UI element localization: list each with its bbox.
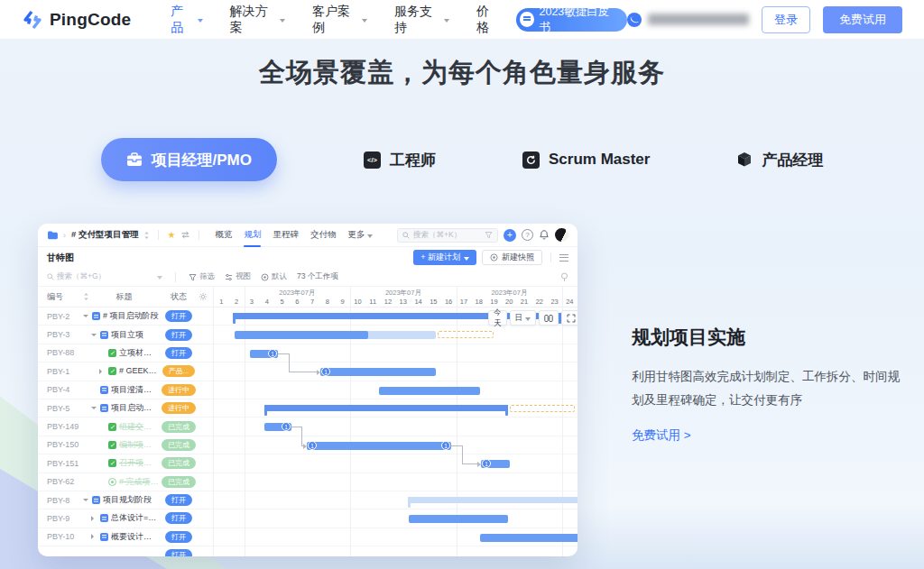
gantt-search-placeholder: 搜索（⌘+G） xyxy=(57,271,106,282)
time-unit-label: 日 xyxy=(515,313,523,324)
nav-item[interactable]: 解决方案 xyxy=(230,4,285,36)
expander[interactable] xyxy=(83,499,89,501)
role-tab[interactable]: Scrum Master xyxy=(522,151,650,169)
nav-item[interactable]: 产品 xyxy=(171,4,203,36)
fullscreen-button[interactable] xyxy=(561,310,578,326)
gantt-task-bar[interactable] xyxy=(320,368,436,376)
breadcrumb-separator: › xyxy=(63,231,66,240)
dependency-badge: 1 xyxy=(308,441,317,450)
milestone-icon xyxy=(108,478,116,486)
default-view-button[interactable]: 默认 xyxy=(261,271,287,282)
column-header-title[interactable]: 标题 xyxy=(89,291,159,303)
free-trial-button[interactable]: 免费试用 xyxy=(823,6,902,33)
fullscreen-icon xyxy=(567,314,576,323)
favorite-star-icon[interactable]: ★ xyxy=(167,230,175,240)
today-button[interactable]: 今天 xyxy=(488,310,507,326)
gantt-bar-progress[interactable] xyxy=(235,331,368,339)
table-row[interactable]: PBY-62# 完成项目启动阶段...已完成 xyxy=(38,473,213,491)
role-tab[interactable]: </>工程师 xyxy=(364,150,436,170)
month-label: 2023年07月 xyxy=(385,289,421,298)
day-label: 7 xyxy=(305,297,320,307)
table-row[interactable]: PBY-151✓召开项目开工会已完成 xyxy=(38,454,213,473)
app-tab-bar: 概览规划里程碑交付物更多 xyxy=(215,224,373,247)
search-placeholder: 搜索（⌘+K） xyxy=(413,230,461,241)
column-settings-gear-icon[interactable] xyxy=(199,292,213,301)
nav-item[interactable]: 客户案例 xyxy=(312,4,367,36)
expander[interactable] xyxy=(91,407,97,409)
table-row[interactable]: PBY-2# 项目启动阶段打开 xyxy=(38,307,213,326)
role-tab[interactable]: 项目经理/PMO xyxy=(101,138,277,181)
top-navbar: PingCode 产品解决方案客户案例服务支持价格 2023敏捷白皮书 登录 免… xyxy=(0,0,924,40)
swap-icon[interactable] xyxy=(180,231,190,239)
role-tab[interactable]: 产品经理 xyxy=(736,150,823,170)
nav-item-label: 解决方案 xyxy=(230,4,275,36)
app-tab[interactable]: 概览 xyxy=(215,224,232,247)
column-header-status[interactable]: 状态 xyxy=(159,291,199,303)
table-row[interactable]: PBY-149✓组建交付群和工作台已完成 xyxy=(38,418,213,436)
day-label: 10 xyxy=(350,297,365,307)
app-tab-label: 更多 xyxy=(347,229,365,241)
sort-icon[interactable] xyxy=(83,292,89,301)
app-tab[interactable]: 更多 xyxy=(347,224,373,247)
row-title: 项目澄清交底 xyxy=(111,384,159,396)
app-tab[interactable]: 规划 xyxy=(244,224,261,247)
list-settings-icon[interactable] xyxy=(559,254,568,262)
filter-button[interactable]: 筛选 xyxy=(189,271,215,282)
pingcode-logo[interactable]: PingCode xyxy=(22,9,131,31)
expander[interactable] xyxy=(91,334,97,336)
nav-item[interactable]: 服务支持 xyxy=(394,4,449,36)
user-avatar[interactable] xyxy=(555,228,568,242)
project-name[interactable]: # 交付型项目管理 xyxy=(71,229,138,241)
app-tab[interactable]: 交付物 xyxy=(310,224,337,247)
column-header-id[interactable]: 编号 xyxy=(38,291,83,303)
notification-bell-icon[interactable] xyxy=(539,229,550,241)
role-tab-label: Scrum Master xyxy=(549,151,650,169)
whitepaper-badge[interactable]: 2023敏捷白皮书 xyxy=(516,8,627,32)
app-search-input[interactable]: 搜索（⌘+K） xyxy=(397,228,498,243)
help-icon[interactable]: ? xyxy=(522,229,533,241)
new-snapshot-button[interactable]: 新建快照 xyxy=(482,250,542,265)
app-tab[interactable]: 里程碑 xyxy=(273,224,299,247)
new-plan-button[interactable]: + 新建计划 xyxy=(413,250,476,265)
row-title-cell: 项目澄清交底 xyxy=(83,384,159,396)
expander[interactable] xyxy=(83,315,89,317)
free-trial-link[interactable]: 免费试用 > xyxy=(632,428,691,442)
split-view-button[interactable] xyxy=(539,310,559,326)
target-icon xyxy=(261,273,269,281)
expander[interactable] xyxy=(91,534,97,539)
nav-item[interactable]: 价格 xyxy=(476,4,500,36)
work-item-count: 73 个工作项 xyxy=(297,271,338,282)
expander[interactable] xyxy=(99,369,106,374)
table-row[interactable]: PBY-9总体设计=实施方案（...打开 xyxy=(38,509,213,528)
table-row[interactable]: PBY-5项目启动任命进行中 xyxy=(38,399,213,418)
hero-section: 全场景覆盖，为每个角色量身服务 xyxy=(0,55,924,91)
gantt-search-input[interactable]: 搜索（⌘+G） xyxy=(47,271,162,282)
table-row[interactable]: PBY-4项目澄清交底进行中 xyxy=(38,381,213,399)
table-row[interactable]: PBY-1✓# GEEKBOOKS 极...产品... xyxy=(38,363,213,381)
login-button[interactable]: 登录 xyxy=(762,6,810,33)
gantt-task-bar[interactable] xyxy=(480,534,578,542)
view-settings-button[interactable]: 视图 xyxy=(225,271,251,282)
gantt-task-bar[interactable] xyxy=(307,442,451,450)
gantt-task-bar[interactable] xyxy=(379,387,480,395)
table-row[interactable]: 打开 xyxy=(38,546,213,556)
table-row[interactable]: PBY-10概要设计（分）打开 xyxy=(38,528,213,546)
gantt-summary-bar[interactable] xyxy=(408,497,578,503)
gantt-summary-bar[interactable] xyxy=(264,405,508,411)
table-row[interactable]: PBY-8项目规划阶段打开 xyxy=(38,491,213,509)
table-row[interactable]: PBY-88✓立项材料编辑打开 xyxy=(38,344,213,363)
create-plus-icon[interactable]: + xyxy=(504,229,516,242)
table-row[interactable]: PBY-150✓编制项目章程已完成 xyxy=(38,436,213,454)
row-id: PBY-3 xyxy=(38,330,83,339)
gantt-row xyxy=(214,509,578,528)
feature-title: 规划项目实施 xyxy=(632,325,902,350)
table-row[interactable]: PBY-3项目立项打开 xyxy=(38,326,213,344)
app-topbar: › # 交付型项目管理 ★ 概览规划里程碑交付物更多 搜索（⌘+K） xyxy=(38,224,578,247)
row-title: 概要设计（分） xyxy=(111,531,159,543)
time-unit-select[interactable]: 日 xyxy=(510,310,537,326)
expander[interactable] xyxy=(91,516,97,521)
project-switcher-icon[interactable] xyxy=(143,231,150,240)
locate-icon[interactable] xyxy=(560,272,568,282)
gantt-task-bar[interactable] xyxy=(409,515,508,523)
row-title-cell: # 项目启动阶段 xyxy=(83,310,159,322)
